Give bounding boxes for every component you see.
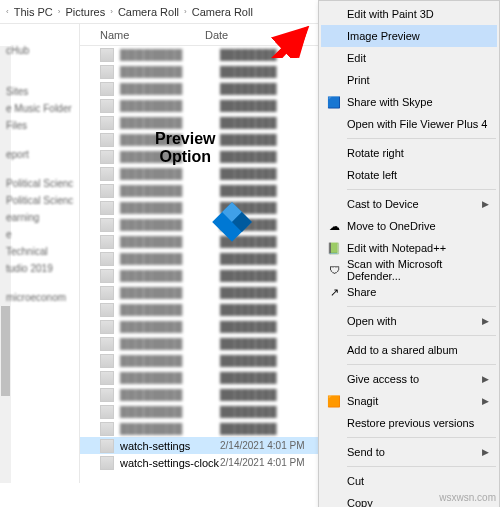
menu-item-label: Cast to Device: [347, 198, 419, 210]
file-icon: [100, 405, 114, 419]
menu-item-label: Rotate left: [347, 169, 397, 181]
file-icon: [100, 235, 114, 249]
sidebar-item[interactable]: tudio 2019: [6, 260, 79, 277]
menu-item-label: Move to OneDrive: [347, 220, 436, 232]
file-icon: [100, 201, 114, 215]
sidebar-item[interactable]: Political Scienc: [6, 192, 79, 209]
watermark-text: wsxwsn.com: [439, 492, 496, 503]
breadcrumb-seg[interactable]: Camera Roll: [189, 0, 256, 23]
context-menu-item[interactable]: Edit: [321, 47, 497, 69]
context-menu-item[interactable]: Cast to Device▶: [321, 193, 497, 215]
context-menu-item[interactable]: ☁Move to OneDrive: [321, 215, 497, 237]
context-menu-item[interactable]: ↗Share: [321, 281, 497, 303]
file-icon: [100, 150, 114, 164]
menu-item-icon: ↗: [326, 284, 342, 300]
file-icon: [100, 218, 114, 232]
sidebar-tree: cHubSitese Music FolderFileseportPolitic…: [0, 24, 80, 483]
column-date[interactable]: Date: [205, 29, 325, 41]
file-icon: [100, 422, 114, 436]
breadcrumb-seg[interactable]: Camera Roll: [115, 0, 182, 23]
menu-item-label: Image Preview: [347, 30, 420, 42]
context-menu-item[interactable]: Rotate left: [321, 164, 497, 186]
file-icon: [100, 48, 114, 62]
context-menu-item[interactable]: Open with▶: [321, 310, 497, 332]
file-icon: [100, 371, 114, 385]
scrollbar-thumb[interactable]: [1, 306, 10, 396]
file-icon: [100, 354, 114, 368]
menu-item-label: Scan with Microsoft Defender...: [347, 258, 491, 282]
context-menu-item[interactable]: Restore previous versions: [321, 412, 497, 434]
menu-separator: [347, 437, 496, 438]
context-menu-item[interactable]: Add to a shared album: [321, 339, 497, 361]
menu-separator: [347, 189, 496, 190]
file-icon: [100, 269, 114, 283]
menu-item-icon: ☁: [326, 218, 342, 234]
file-icon: [100, 303, 114, 317]
chevron-left-icon: ‹: [4, 7, 11, 16]
context-menu-item[interactable]: Edit with Paint 3D: [321, 3, 497, 25]
file-icon: [100, 286, 114, 300]
context-menu-item[interactable]: 🛡Scan with Microsoft Defender...: [321, 259, 497, 281]
context-menu-item[interactable]: Open with File Viewer Plus 4: [321, 113, 497, 135]
file-icon: [100, 337, 114, 351]
menu-item-label: Open with: [347, 315, 397, 327]
file-icon: [100, 133, 114, 147]
menu-item-label: Share: [347, 286, 376, 298]
context-menu-item[interactable]: Send to▶: [321, 441, 497, 463]
menu-item-label: Edit with Paint 3D: [347, 8, 434, 20]
context-menu-item[interactable]: 📗Edit with Notepad++: [321, 237, 497, 259]
chevron-right-icon: ▶: [482, 316, 489, 326]
menu-item-label: Cut: [347, 475, 364, 487]
chevron-right-icon: ▶: [482, 447, 489, 457]
context-menu-item[interactable]: Give access to▶: [321, 368, 497, 390]
context-menu-item[interactable]: Image Preview: [321, 25, 497, 47]
menu-separator: [347, 335, 496, 336]
context-menu: Edit with Paint 3DImage PreviewEditPrint…: [318, 0, 500, 507]
menu-item-label: Copy: [347, 497, 373, 507]
menu-item-label: Give access to: [347, 373, 419, 385]
sidebar-item[interactable]: Files: [6, 117, 79, 134]
menu-item-label: Edit with Notepad++: [347, 242, 446, 254]
menu-item-label: Restore previous versions: [347, 417, 474, 429]
menu-item-label: Open with File Viewer Plus 4: [347, 118, 487, 130]
sidebar-item[interactable]: cHub: [6, 42, 79, 59]
menu-item-icon: 🛡: [326, 262, 342, 278]
sidebar-item[interactable]: e: [6, 226, 79, 243]
menu-item-label: Snagit: [347, 395, 378, 407]
file-icon: [100, 65, 114, 79]
file-icon: [100, 99, 114, 113]
sidebar-item[interactable]: e Music Folder: [6, 100, 79, 117]
sidebar-item[interactable]: Political Scienc: [6, 175, 79, 192]
chevron-right-icon: ▶: [482, 374, 489, 384]
menu-separator: [347, 138, 496, 139]
column-name[interactable]: Name: [100, 29, 205, 41]
sidebar-item[interactable]: microeconom: [6, 289, 79, 306]
chevron-right-icon: ›: [56, 7, 63, 16]
chevron-right-icon: ▶: [482, 396, 489, 406]
context-menu-item[interactable]: Cut: [321, 470, 497, 492]
menu-item-label: Add to a shared album: [347, 344, 458, 356]
menu-item-label: Edit: [347, 52, 366, 64]
menu-item-label: Rotate right: [347, 147, 404, 159]
menu-item-label: Print: [347, 74, 370, 86]
windows-club-logo-icon: [210, 200, 254, 244]
context-menu-item[interactable]: 🟦Share with Skype: [321, 91, 497, 113]
sidebar-item[interactable]: earning: [6, 209, 79, 226]
file-icon: [100, 252, 114, 266]
breadcrumb-seg[interactable]: Pictures: [62, 0, 108, 23]
file-icon: [100, 82, 114, 96]
context-menu-item[interactable]: 🟧Snagit▶: [321, 390, 497, 412]
sidebar-item[interactable]: Sites: [6, 83, 79, 100]
context-menu-item[interactable]: Rotate right: [321, 142, 497, 164]
context-menu-item[interactable]: Print: [321, 69, 497, 91]
breadcrumb-seg[interactable]: This PC: [11, 0, 56, 23]
sidebar-item[interactable]: eport: [6, 146, 79, 163]
menu-item-icon: 📗: [326, 240, 342, 256]
menu-item-label: Send to: [347, 446, 385, 458]
file-icon: [100, 167, 114, 181]
menu-separator: [347, 306, 496, 307]
chevron-right-icon: ›: [182, 7, 189, 16]
chevron-right-icon: ›: [108, 7, 115, 16]
menu-item-icon: 🟧: [326, 393, 342, 409]
sidebar-item[interactable]: Technical: [6, 243, 79, 260]
